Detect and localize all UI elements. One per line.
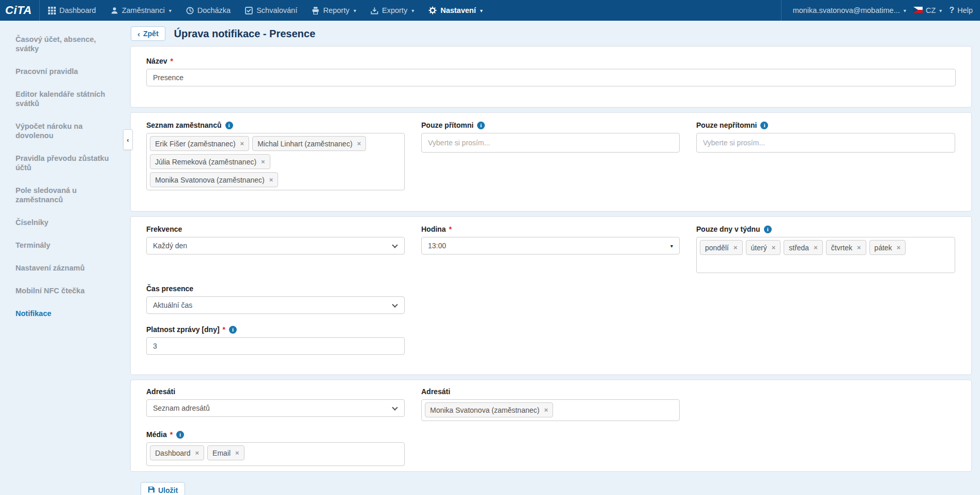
adresati-select[interactable]: Seznam adresátů (146, 399, 405, 417)
employee-tag: Michal Linhart (zaměstnanec) × (252, 136, 366, 151)
sidebar-item-pravidla-prevodu[interactable]: Pravidla převodu zůstatku účtů (0, 147, 127, 179)
sidebar-item-editor-kalendare[interactable]: Editor kalendáře státních svátků (0, 83, 127, 115)
nav-item-zamestnanci[interactable]: Zaměstnanci ▾ (111, 6, 172, 14)
remove-tag-icon[interactable]: × (195, 449, 200, 456)
printer-icon (312, 7, 319, 14)
help-link[interactable]: ? Help (949, 6, 973, 15)
day-tag: čtvrtek × (826, 240, 866, 255)
sidebar-item-casovy-ucet[interactable]: Časový účet, absence, svátky (0, 28, 127, 60)
app-logo-text: CiTA (5, 4, 32, 17)
chevron-down-icon: ▾ (939, 8, 942, 13)
grid-icon (48, 7, 56, 14)
remove-tag-icon[interactable]: × (261, 158, 265, 165)
top-navbar: CiTA Dashboard Zaměstnanci ▾ Docházka (0, 0, 980, 21)
required-asterisk: * (449, 225, 451, 233)
remove-tag-icon[interactable]: × (814, 244, 818, 251)
adresati-tagbox[interactable]: Monika Svatonova (zaměstnanec) × (421, 399, 680, 421)
info-icon[interactable]: i (225, 122, 233, 129)
remove-tag-icon[interactable]: × (733, 244, 738, 251)
back-button-label: Zpět (143, 29, 159, 38)
chevron-down-icon: ▾ (354, 8, 356, 13)
chevron-down-icon: ▾ (904, 8, 906, 13)
sidebar-item-notifikace[interactable]: Notifikace (0, 302, 127, 325)
nav-item-dashboard[interactable]: Dashboard (48, 6, 96, 14)
sidebar-item-vypocet-naroku[interactable]: Výpočet nároku na dovolenou (0, 115, 127, 147)
pouze-pritomni-input[interactable] (421, 133, 680, 153)
nav-label: Dashboard (59, 6, 96, 14)
czech-flag-icon (913, 6, 923, 14)
page-title: Úprava notifikace - Presence (174, 28, 315, 40)
nav-label: Nastavení (440, 6, 476, 14)
media-label: Média * i (146, 430, 405, 439)
chevron-down-icon (392, 404, 397, 410)
card-recipients: Adresáti Seznam adresátů Adresáti Monika… (130, 380, 972, 472)
frekvence-select[interactable]: Každý den (146, 237, 405, 254)
adresati-select-label: Adresáti (146, 387, 405, 396)
info-icon[interactable]: i (176, 431, 184, 439)
nav-item-exporty[interactable]: Exporty ▾ (371, 6, 414, 14)
sidebar-item-nastaveni-zaznamu[interactable]: Nastavení záznamů (0, 257, 127, 279)
user-menu[interactable]: monika.svatonova@mobatime... ▾ (793, 6, 906, 14)
day-tag: pátek × (869, 240, 906, 255)
pouze-dny-label: Pouze dny v týdnu i (696, 225, 955, 233)
info-icon[interactable]: i (764, 226, 772, 233)
employee-tag: Erik Fišer (zaměstnanec) × (150, 136, 249, 151)
hodina-select[interactable]: 13:00 ▾ (421, 237, 680, 254)
platnost-label: Platnost zprávy [dny] * i (146, 325, 405, 334)
day-tag: úterý × (746, 240, 781, 255)
gear-icon (428, 6, 437, 14)
platnost-input[interactable] (146, 337, 405, 355)
remove-tag-icon[interactable]: × (235, 449, 239, 456)
language-selector[interactable]: CZ ▾ (913, 6, 942, 14)
employee-tag: Monika Svatonova (zaměstnanec) × (150, 172, 278, 187)
chevron-left-icon: ‹ (137, 30, 140, 38)
pouze-nepritomni-input[interactable] (696, 133, 955, 153)
remove-tag-icon[interactable]: × (772, 244, 776, 251)
info-icon[interactable]: i (760, 122, 768, 129)
media-tagbox[interactable]: Dashboard × Email × (146, 442, 405, 466)
navbar-divider (39, 0, 40, 21)
nav-item-reporty[interactable]: Reporty ▾ (312, 6, 356, 14)
remove-tag-icon[interactable]: × (857, 244, 861, 251)
nav-item-dochazka[interactable]: Docházka (186, 6, 231, 14)
chevron-down-icon (392, 302, 397, 307)
nav-item-nastaveni[interactable]: Nastavení ▾ (428, 6, 483, 14)
nav-item-schvalovani[interactable]: Schvalování (245, 6, 297, 14)
day-tag: pondělí × (700, 240, 743, 255)
pouze-nepritomni-label: Pouze nepřítomni i (696, 121, 955, 129)
back-button[interactable]: ‹ Zpět (131, 26, 165, 41)
sidebar-item-terminaly[interactable]: Terminály (0, 234, 127, 257)
seznam-zamestnancu-tagbox[interactable]: Erik Fišer (zaměstnanec) × Michal Linhar… (146, 133, 405, 190)
required-asterisk: * (170, 430, 173, 439)
required-asterisk: * (170, 57, 173, 65)
remove-tag-icon[interactable]: × (240, 140, 244, 147)
nav-label: Exporty (382, 6, 407, 14)
remove-tag-icon[interactable]: × (897, 244, 901, 251)
pouze-dny-tagbox[interactable]: pondělí × úterý × středa × čtvrtek (696, 237, 955, 273)
chevron-down-icon (392, 242, 397, 248)
sidebar-item-ciselniky[interactable]: Číselníky (0, 211, 127, 234)
employee-tag: Júlia Remeková (zaměstnanec) × (150, 154, 270, 169)
day-tag: středa × (784, 240, 823, 255)
frekvence-label: Frekvence (146, 225, 405, 233)
info-icon[interactable]: i (229, 326, 237, 334)
sidebar-item-pracovni-pravidla[interactable]: Pracovní pravidla (0, 60, 127, 83)
chevron-left-icon: ‹ (127, 136, 129, 144)
navbar-divider (781, 0, 782, 21)
cas-presence-select[interactable]: Aktuální čas (146, 296, 405, 314)
save-button[interactable]: Uložit (141, 482, 185, 495)
frekvence-value: Každý den (153, 242, 187, 250)
save-button-label: Uložit (158, 486, 178, 494)
sidebar-item-pole-sledovana[interactable]: Pole sledovaná u zaměstnanců (0, 179, 127, 211)
sidebar-collapse-handle[interactable]: ‹ (123, 129, 133, 150)
card-name: Název * (130, 46, 972, 108)
remove-tag-icon[interactable]: × (269, 176, 273, 183)
nav-label: Zaměstnanci (122, 6, 165, 14)
sidebar-item-mobilni-nfc[interactable]: Mobilní NFC čtečka (0, 279, 127, 302)
remove-tag-icon[interactable]: × (357, 140, 361, 147)
remove-tag-icon[interactable]: × (544, 407, 548, 413)
chevron-down-icon: ▾ (169, 8, 172, 13)
app-logo[interactable]: CiTA (5, 4, 32, 17)
nazev-input[interactable] (146, 69, 956, 86)
info-icon[interactable]: i (477, 122, 485, 129)
